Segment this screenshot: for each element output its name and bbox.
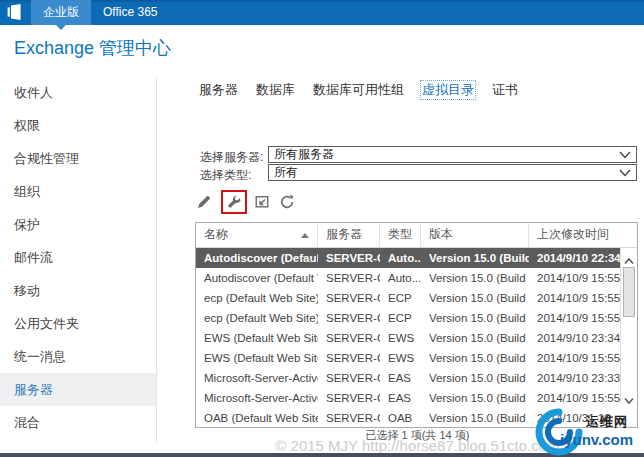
cell-version: Version 15.0 (Build 9... <box>421 368 529 388</box>
server-filter-label: 选择服务器: <box>200 149 263 166</box>
cell-type: ECP <box>380 308 421 328</box>
table-row[interactable]: EWS (Default Web Site)SERVER-C...EWSVers… <box>196 328 620 348</box>
virtual-directories-table: 名称服务器类型版本上次修改时间 Autodiscover (Default W.… <box>195 222 638 428</box>
table-header: 名称服务器类型版本上次修改时间 <box>196 223 637 248</box>
sidebar-item[interactable]: 统一消息 <box>0 340 156 373</box>
scrollbar-thumb[interactable] <box>623 267 635 317</box>
column-header-label: 服务器 <box>326 227 362 241</box>
scroll-up-icon[interactable] <box>623 252 635 262</box>
table-row[interactable]: Microsoft-Server-ActiveS...SERVER-C...EA… <box>196 368 620 388</box>
cell-type: EWS <box>380 328 421 348</box>
pencil-icon <box>196 194 212 210</box>
cell-name: OAB (Default Web Site) <box>196 408 318 428</box>
column-header[interactable]: 类型 <box>380 223 421 247</box>
sidebar-item[interactable]: 保护 <box>0 208 156 241</box>
cell-server: SERVER-C... <box>318 308 380 328</box>
popout-window-icon <box>254 194 270 210</box>
cell-version: Version 15.0 (Build 9... <box>421 408 529 428</box>
cell-server: SERVER-C... <box>318 408 380 428</box>
sidebar-item[interactable]: 移动 <box>0 274 156 307</box>
cell-version: Version 15.0 (Build 9... <box>421 268 529 288</box>
list-toolbar <box>196 189 304 215</box>
sidebar-item[interactable]: 组织 <box>0 175 156 208</box>
content-tab[interactable]: 数据库 <box>254 80 297 100</box>
cell-name: Autodiscover (Default W... <box>196 268 318 288</box>
watermark-site-domain: iyunv.com <box>560 431 633 448</box>
cell-version: Version 15.0 (Build 9... <box>421 328 529 348</box>
column-header-label: 上次修改时间 <box>537 227 609 241</box>
refresh-icon <box>279 194 295 210</box>
content-tab[interactable]: 证书 <box>490 80 520 100</box>
sidebar-item[interactable]: 服务器 <box>0 373 156 406</box>
content-tab[interactable]: 数据库可用性组 <box>311 80 406 100</box>
cell-server: SERVER-C... <box>318 288 380 308</box>
sidebar-item[interactable]: 邮件流 <box>0 241 156 274</box>
cell-type: EAS <box>380 388 421 408</box>
wrench-icon <box>226 194 242 210</box>
annotation-highlight-box <box>221 190 247 214</box>
content-tab[interactable]: 服务器 <box>197 80 240 100</box>
page-title: Exchange 管理中心 <box>14 36 171 60</box>
cell-server: SERVER-C... <box>318 268 380 288</box>
cell-version: Version 15.0 (Build 9... <box>421 288 529 308</box>
cell-type: ECP <box>380 288 421 308</box>
cell-modified: 2014/10/9 15:55 <box>529 308 620 328</box>
sort-ascending-icon <box>301 233 309 238</box>
cell-type: OAB <box>380 408 421 428</box>
column-header[interactable]: 版本 <box>421 223 529 247</box>
topbar-tabs: 企业版Office 365 <box>31 0 169 25</box>
sidebar-item[interactable]: 公用文件夹 <box>0 307 156 340</box>
cell-version: Version 15.0 (Build 9... <box>421 388 529 408</box>
content-tabs: 服务器数据库数据库可用性组虚拟目录证书 <box>197 80 520 100</box>
cell-server: SERVER-C... <box>318 368 380 388</box>
cell-type: EWS <box>380 348 421 368</box>
office-logo-icon <box>6 3 24 21</box>
cell-modified: 2014/9/10 23:34 <box>529 328 620 348</box>
table-row[interactable]: Autodiscover (Default W...SERVER-C...Aut… <box>196 248 620 268</box>
active-tab-notch-icon <box>56 25 66 30</box>
cell-version: Version 15.0 (Build 9... <box>421 308 529 328</box>
sidebar-item[interactable]: 合规性管理 <box>0 142 156 175</box>
topbar-tab[interactable]: 企业版 <box>31 0 91 25</box>
cell-server: SERVER-C... <box>318 388 380 408</box>
type-filter-value: 所有 <box>274 164 298 181</box>
cell-modified: 2014/10/9 15:55 <box>529 268 620 288</box>
column-header[interactable]: 上次修改时间 <box>529 223 637 247</box>
cell-modified: 2014/9/10 22:34 <box>529 248 620 268</box>
column-header-label: 类型 <box>388 227 412 241</box>
type-filter-label: 选择类型: <box>200 167 251 184</box>
table-row[interactable]: EWS (Default Web Site)SERVER-C...EWSVers… <box>196 348 620 368</box>
sidebar-item[interactable]: 收件人 <box>0 76 156 109</box>
cell-modified: 2014/10/9 15:55 <box>529 348 620 368</box>
cell-name: Microsoft-Server-ActiveS... <box>196 368 318 388</box>
cell-name: EWS (Default Web Site) <box>196 328 318 348</box>
type-filter-select[interactable]: 所有 <box>268 164 637 181</box>
server-filter-value: 所有服务器 <box>274 146 334 163</box>
cell-name: Autodiscover (Default W... <box>196 248 318 268</box>
column-header[interactable]: 名称 <box>196 223 318 247</box>
topbar-tab[interactable]: Office 365 <box>91 0 169 25</box>
table-row[interactable]: ecp (Default Web Site)SERVER-C...ECPVers… <box>196 308 620 328</box>
cell-type: Auto... <box>380 268 421 288</box>
wrench-button[interactable] <box>226 194 242 210</box>
table-row[interactable]: ecp (Default Web Site)SERVER-C...ECPVers… <box>196 288 620 308</box>
table-row[interactable]: Autodiscover (Default W...SERVER-C...Aut… <box>196 268 620 288</box>
sidebar-item[interactable]: 混合 <box>0 406 156 439</box>
column-header[interactable]: 服务器 <box>318 223 380 247</box>
watermark-site-name: 运维网 <box>586 413 628 431</box>
refresh-button[interactable] <box>279 194 295 210</box>
edit-button[interactable] <box>196 194 212 210</box>
column-header-label: 版本 <box>429 227 453 241</box>
popout-button[interactable] <box>254 194 270 210</box>
site-watermark: 运维网 iyunv.com <box>533 400 644 457</box>
sidebar-nav: 收件人权限合规性管理组织保护邮件流移动公用文件夹统一消息服务器混合 <box>0 76 157 444</box>
cell-version: Version 15.0 (Build 9... <box>421 348 529 368</box>
content-tab[interactable]: 虚拟目录 <box>420 80 476 100</box>
cell-server: SERVER-C... <box>318 328 380 348</box>
cell-server: SERVER-C... <box>318 248 380 268</box>
vertical-scrollbar[interactable] <box>620 248 637 404</box>
server-filter-select[interactable]: 所有服务器 <box>268 146 637 163</box>
cell-modified: 2014/9/10 23:33 <box>529 368 620 388</box>
sidebar-item[interactable]: 权限 <box>0 109 156 142</box>
cell-server: SERVER-C... <box>318 348 380 368</box>
